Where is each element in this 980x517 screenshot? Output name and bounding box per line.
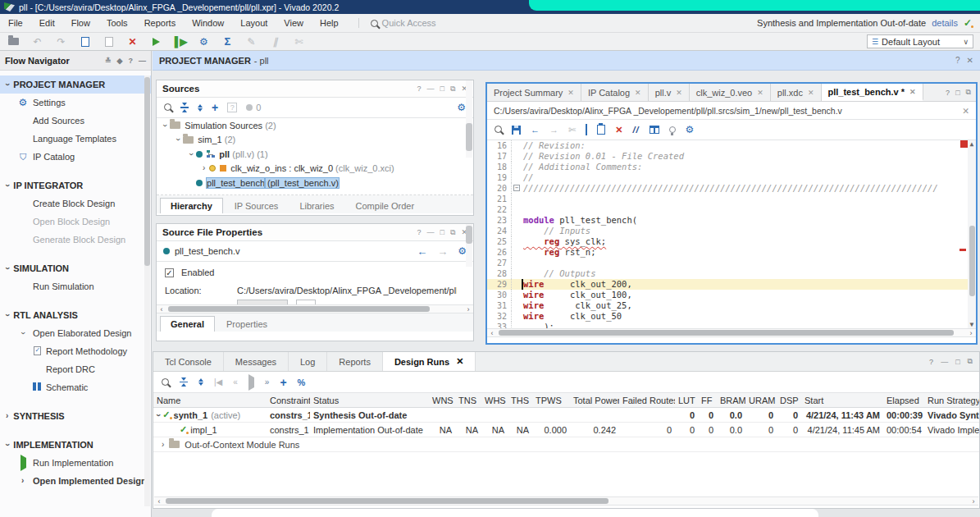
redo-icon[interactable]: → <box>549 125 558 135</box>
column-header-ff[interactable]: FF <box>698 396 717 405</box>
close-icon[interactable]: ✕ <box>962 106 969 116</box>
cut-icon[interactable]: ✄ <box>568 125 576 135</box>
source-tree-row[interactable]: ›clk_wiz_o_ins : clk_wiz_0 (clk_wiz_0.xc… <box>157 162 473 176</box>
expand-all-icon[interactable] <box>198 104 203 112</box>
float-icon[interactable]: ⧉ <box>450 85 455 94</box>
expand-all-icon[interactable] <box>198 378 203 386</box>
close-tab-icon[interactable]: ✕ <box>456 356 463 367</box>
close-tab-icon[interactable]: ✕ <box>808 89 814 97</box>
minimize-icon[interactable]: — <box>139 57 146 65</box>
next-step-icon[interactable]: » <box>265 377 270 387</box>
details-link[interactable]: details <box>932 18 958 28</box>
copy-icon[interactable] <box>586 125 587 135</box>
column-header-tpws[interactable]: TPWS <box>532 396 570 405</box>
column-header-total-power[interactable]: Total Power <box>570 396 619 405</box>
back-arrow-icon[interactable]: ← <box>417 245 427 258</box>
menu-window[interactable]: Window <box>184 18 232 28</box>
column-header-run-strategy[interactable]: Run Strategy <box>924 396 979 405</box>
close-tab-icon[interactable]: ✕ <box>676 89 682 97</box>
bottom-tab-design-runs[interactable]: Design Runs✕ <box>383 352 476 371</box>
flow-nav-item-add-sources[interactable]: Add Sources <box>0 112 151 130</box>
close-tab-icon[interactable]: ✕ <box>909 88 916 96</box>
menu-layout[interactable]: Layout <box>232 18 276 28</box>
play-icon[interactable] <box>248 377 254 387</box>
paste-button[interactable] <box>102 34 116 48</box>
flow-nav-item-run-simulation[interactable]: Run Simulation <box>0 277 151 295</box>
column-header-status[interactable]: Status <box>310 396 429 405</box>
code-line[interactable]: 30wire clk_out_100, <box>487 290 976 300</box>
forward-arrow-icon[interactable]: → <box>437 245 448 258</box>
flow-nav-item-schematic[interactable]: Schematic <box>0 378 151 396</box>
sources-tab-hierarchy[interactable]: Hierarchy <box>160 198 223 213</box>
collapse-all-icon[interactable] <box>180 103 189 112</box>
delete-button[interactable]: ✕ <box>125 34 139 48</box>
flow-nav-item-run-implementation[interactable]: Run Implementation <box>0 454 151 472</box>
menu-help[interactable]: Help <box>312 18 347 28</box>
flow-nav-item-open-elaborated-design[interactable]: ›Open Elaborated Design <box>0 324 151 342</box>
editor-settings-gear-icon[interactable]: ⚙ <box>686 124 695 135</box>
close-tab-icon[interactable]: ✕ <box>757 89 763 97</box>
flow-nav-section-rtl-analysis[interactable]: ›RTL ANALYSIS <box>0 306 151 324</box>
column-header-elapsed[interactable]: Elapsed <box>883 396 924 405</box>
editor-tab-pll.xdc[interactable]: pll.xdc✕ <box>771 84 822 101</box>
bottom-tab-tcl-console[interactable]: Tcl Console <box>153 352 224 371</box>
column-header-failed-routes[interactable]: Failed Routes <box>619 396 675 405</box>
flow-nav-section-ip-integrator[interactable]: ›IP INTEGRATOR <box>0 176 151 194</box>
close-icon[interactable]: ✕ <box>967 56 973 65</box>
undo-button[interactable]: ↶ <box>30 34 44 48</box>
flow-nav-item-report-drc[interactable]: Report DRC <box>0 360 151 378</box>
column-header-start[interactable]: Start <box>801 396 883 405</box>
help-icon[interactable]: ? <box>929 358 933 366</box>
run-steps-button[interactable]: ▌▶ <box>173 34 187 48</box>
create-run-icon[interactable]: + <box>280 376 286 389</box>
code-line[interactable]: 31wire clk_out_25, <box>487 300 976 311</box>
menu-reports[interactable]: Reports <box>136 18 185 28</box>
design-run-row[interactable]: ✓impl_1constrs_1Implementation Out-of-da… <box>153 423 979 437</box>
code-line[interactable]: 33 ); <box>487 322 976 328</box>
bottom-tab-reports[interactable]: Reports <box>327 352 383 371</box>
search-icon[interactable] <box>162 377 169 387</box>
float-icon[interactable]: ⧉ <box>450 228 455 237</box>
column-header-whs[interactable]: WHS <box>481 396 508 405</box>
properties-scrollbar[interactable] <box>466 224 472 267</box>
minimize-icon[interactable]: — <box>427 85 435 94</box>
save-icon[interactable] <box>512 126 521 135</box>
undo-icon[interactable]: ← <box>531 125 540 135</box>
flow-nav-section-simulation[interactable]: ›SIMULATION <box>0 259 151 277</box>
code-line[interactable]: 22 <box>487 204 976 215</box>
column-header-lut[interactable]: LUT <box>675 396 698 405</box>
cut-disabled-button[interactable]: ✄ <box>292 34 306 48</box>
properties-tab-general[interactable]: General <box>160 316 215 332</box>
code-line[interactable]: 17// Revision 0.01 - File Created <box>487 151 976 162</box>
editor-tab-clk-wiz-0.veo[interactable]: clk_wiz_0.veo✕ <box>690 84 771 101</box>
flow-nav-item-open-implemented-design[interactable]: ›Open Implemented Design <box>0 472 151 490</box>
type-field-clipped[interactable] <box>296 300 316 304</box>
percent-icon[interactable]: % <box>298 377 306 387</box>
lightbulb-icon[interactable] <box>669 126 676 133</box>
flow-nav-item-language-templates[interactable]: Language Templates <box>0 130 151 148</box>
maximize-icon[interactable]: □ <box>955 89 959 97</box>
maximize-icon[interactable]: □ <box>440 85 444 94</box>
code-line[interactable]: 21 <box>487 194 976 204</box>
error-marker-icon[interactable] <box>960 140 968 148</box>
settings-gear-button[interactable]: ⚙ <box>197 34 211 48</box>
flow-navigator-scrollbar[interactable] <box>144 75 150 506</box>
editor-vscrollbar[interactable]: ▲▼ <box>968 140 976 328</box>
ooc-module-runs-row[interactable]: ›Out-of-Context Module Runs <box>153 437 979 452</box>
menu-view[interactable]: View <box>276 18 312 28</box>
search-icon[interactable] <box>164 103 171 112</box>
sources-tab-ip-sources[interactable]: IP Sources <box>225 199 289 213</box>
maximize-icon[interactable]: □ <box>955 358 959 366</box>
enabled-checkbox[interactable]: ✓ <box>165 268 174 277</box>
help-icon[interactable]: ? <box>955 56 960 65</box>
paste-icon[interactable] <box>597 125 605 135</box>
flow-nav-section-implementation[interactable]: ›IMPLEMENTATION <box>0 436 151 454</box>
help-icon[interactable]: ? <box>417 228 422 237</box>
source-tree-row[interactable]: ›sim_1 (2) <box>157 133 473 148</box>
copy-button[interactable] <box>78 34 92 48</box>
editor-hscrollbar[interactable]: ‹› <box>487 328 976 337</box>
flow-nav-item-settings[interactable]: ⚙Settings <box>0 94 151 112</box>
properties-hscrollbar[interactable]: ‹› <box>157 304 473 313</box>
code-line[interactable]: 27 <box>487 258 976 268</box>
code-line[interactable]: 26 reg rst_n; <box>487 247 976 258</box>
